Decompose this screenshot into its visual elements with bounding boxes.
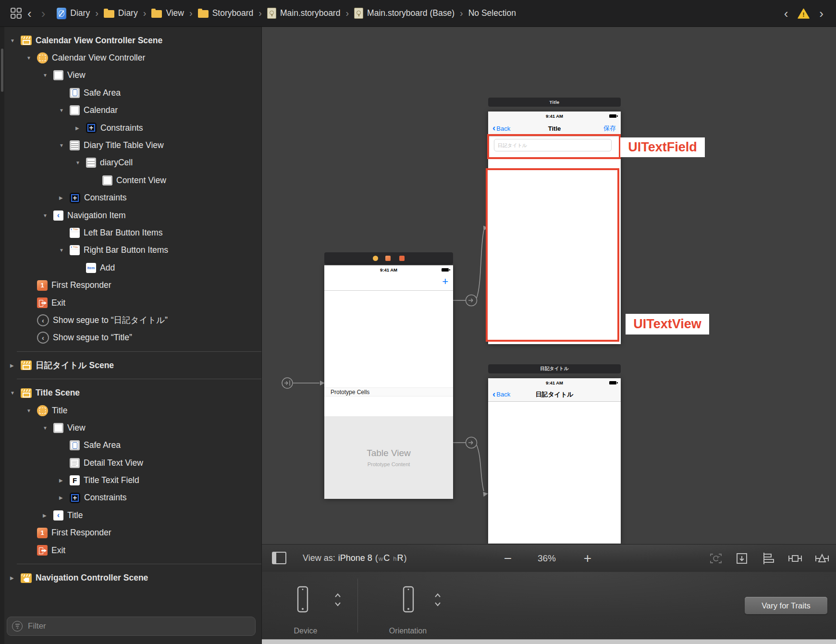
outline-row[interactable]: ‹Show segue to “日記タイトル” — [4, 311, 261, 329]
breadcrumb-item[interactable]: Diary — [104, 8, 138, 18]
back-button[interactable]: ‹ Back — [492, 391, 510, 398]
zoom-in-button[interactable]: + — [584, 551, 591, 566]
table-vc-scene-dock[interactable] — [324, 252, 453, 264]
folder-icon — [104, 10, 114, 18]
history-forward-icon[interactable]: › — [41, 7, 46, 20]
device-bar: Device Orientation Vary for Traits — [262, 572, 836, 639]
exit-icon — [37, 545, 48, 556]
outline-row[interactable]: ▶Constraints — [4, 489, 261, 507]
outline-toggle-icon[interactable] — [272, 552, 286, 564]
outline-row[interactable]: Detail Text View — [4, 454, 261, 471]
scrollbar-thumb[interactable] — [1, 49, 3, 92]
embed-in-stack-icon[interactable] — [735, 552, 749, 565]
diary-view-controller[interactable]: 9:41 AM ‹ Back 日記タイトル — [488, 378, 621, 544]
update-frames-icon[interactable] — [709, 552, 723, 565]
outline-row[interactable]: 1First Responder — [4, 524, 261, 542]
outline-row[interactable]: ▶Constraints — [4, 119, 261, 136]
device-stepper[interactable] — [334, 592, 342, 607]
disclosure-closed-icon[interactable]: ▶ — [58, 495, 70, 500]
zoom-level[interactable]: 36% — [538, 553, 556, 564]
view-as-control[interactable]: View as: iPhone 8 (wChR) — [303, 545, 406, 572]
outline-label: diaryCell — [100, 158, 133, 168]
breadcrumb-item[interactable]: Storyboard — [198, 8, 254, 18]
status-bar: 9:41 AM — [324, 265, 453, 274]
add-bar-button[interactable]: + — [442, 275, 448, 288]
view-controller-dock-icon[interactable] — [373, 256, 378, 261]
filter-field[interactable] — [7, 617, 256, 636]
diary-vc-scene-dock[interactable]: 日記タイトル — [488, 364, 621, 373]
uitextview-annotation: UITextView — [626, 314, 709, 334]
outline-row[interactable]: ▼Title — [4, 402, 261, 419]
filter-input[interactable] — [27, 621, 250, 632]
device-phone-icon[interactable] — [295, 585, 311, 614]
zoom-out-button[interactable]: − — [504, 551, 512, 566]
outline-row[interactable]: ▼‹Navigation Item — [4, 207, 261, 224]
back-button[interactable]: ‹ Back — [492, 125, 510, 132]
warning-icon[interactable]: ! — [798, 8, 810, 19]
disclosure-open-icon[interactable]: ▼ — [42, 73, 53, 78]
outline-row[interactable]: Content View — [4, 172, 261, 189]
outline-scrollbar[interactable] — [0, 27, 4, 644]
disclosure-open-icon[interactable]: ▼ — [42, 425, 53, 431]
disclosure-open-icon[interactable]: ▼ — [58, 143, 70, 148]
breadcrumb-item[interactable]: View — [151, 8, 184, 18]
vary-for-traits-button[interactable]: Vary for Traits — [745, 597, 827, 614]
outline-row[interactable]: ▼View — [4, 67, 261, 84]
disclosure-closed-icon[interactable]: ▶ — [42, 513, 53, 518]
issue-forward-icon[interactable]: › — [819, 7, 824, 20]
outline-row[interactable]: ▶‹Title — [4, 507, 261, 524]
add-constraints-icon[interactable] — [788, 552, 802, 565]
device-label: Device — [277, 627, 334, 635]
outline-row[interactable]: ▶Navigation Controller Scene — [4, 569, 261, 586]
breadcrumb-item[interactable]: Main.storyboard (Base) — [354, 8, 455, 19]
disclosure-open-icon[interactable]: ▼ — [25, 408, 37, 413]
disclosure-open-icon[interactable]: ▼ — [42, 213, 53, 218]
outline-row[interactable]: Safe Area — [4, 84, 261, 101]
outline-row[interactable]: ItemAdd — [4, 259, 261, 276]
issue-back-icon[interactable]: ‹ — [784, 7, 788, 20]
save-button[interactable]: 保存 — [603, 124, 616, 133]
outline-row[interactable]: ▼‹TitleRight Bar Button Items — [4, 242, 261, 259]
title-vc-scene-dock[interactable]: Title — [488, 98, 621, 107]
outline-row[interactable]: ▶FTitle Texit Field — [4, 471, 261, 489]
disclosure-open-icon[interactable]: ▼ — [9, 390, 21, 396]
outline-row[interactable]: ▼Calendar View Controller — [4, 49, 261, 66]
outline-row[interactable]: 1First Responder — [4, 276, 261, 294]
disclosure-closed-icon[interactable]: ▶ — [58, 478, 70, 483]
outline-row[interactable]: ▼View — [4, 419, 261, 436]
orientation-phone-icon[interactable] — [400, 585, 417, 614]
disclosure-closed-icon[interactable]: ▶ — [58, 195, 70, 200]
outline-row[interactable]: ▼Calendar View Controller Scene — [4, 32, 261, 49]
disclosure-closed-icon[interactable]: ▶ — [9, 575, 21, 581]
outline-row[interactable]: ▶Constraints — [4, 189, 261, 207]
first-responder-dock-icon[interactable] — [385, 256, 391, 261]
exit-dock-icon[interactable] — [399, 256, 405, 261]
align-icon[interactable] — [761, 552, 775, 565]
outline-row[interactable]: ‹TitleLeft Bar Button Items — [4, 224, 261, 241]
outline-row[interactable]: ▼Calendar — [4, 102, 261, 119]
outline-row[interactable]: ▼Title Scene — [4, 384, 261, 401]
outline-row[interactable]: ▶日記タイトル Scene — [4, 357, 261, 374]
breadcrumb-item[interactable]: No Selection — [468, 8, 516, 18]
safearea-icon — [70, 440, 80, 450]
disclosure-closed-icon[interactable]: ▶ — [9, 363, 21, 368]
history-back-icon[interactable]: ‹ — [27, 7, 32, 20]
outline-row[interactable]: ‹Show segue to “Title” — [4, 329, 261, 347]
disclosure-open-icon[interactable]: ▼ — [9, 38, 21, 43]
outline-row[interactable]: ▼diaryCell — [4, 154, 261, 172]
disclosure-closed-icon[interactable]: ▶ — [74, 125, 86, 131]
disclosure-open-icon[interactable]: ▼ — [58, 248, 70, 253]
outline-row[interactable]: Exit — [4, 542, 261, 559]
outline-row[interactable]: Exit — [4, 294, 261, 311]
related-items-grid-icon[interactable] — [10, 7, 23, 20]
orientation-stepper[interactable] — [434, 592, 442, 607]
disclosure-open-icon[interactable]: ▼ — [74, 160, 86, 165]
disclosure-open-icon[interactable]: ▼ — [58, 108, 70, 113]
table-view-controller[interactable]: 9:41 AM + Prototype Cells Table View Pro… — [324, 265, 453, 499]
outline-row[interactable]: ▼Diary Title Table View — [4, 136, 261, 154]
breadcrumb-item[interactable]: Diary — [57, 8, 90, 19]
disclosure-open-icon[interactable]: ▼ — [25, 55, 37, 61]
resolve-autolayout-icon[interactable] — [815, 552, 829, 565]
breadcrumb-item[interactable]: Main.storyboard — [267, 8, 340, 19]
outline-row[interactable]: Safe Area — [4, 437, 261, 454]
